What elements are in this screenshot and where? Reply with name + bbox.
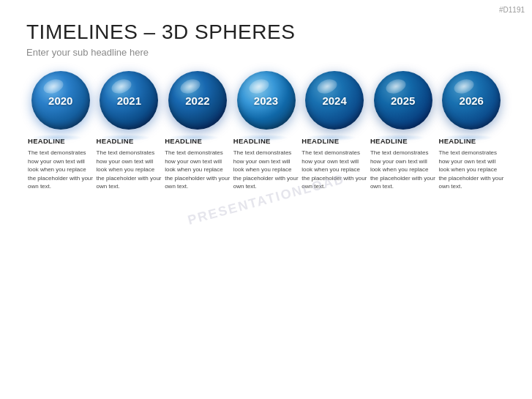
sphere-wrapper: 2024 bbox=[305, 71, 364, 130]
item-text: The text demonstrates how your own text … bbox=[300, 149, 369, 191]
sphere: 2021 bbox=[100, 71, 158, 130]
timeline-item: 2024 HEADLINE The text demonstrates how … bbox=[300, 71, 369, 191]
sphere-highlight bbox=[452, 77, 476, 96]
sphere: 2025 bbox=[374, 71, 432, 130]
sphere-highlight bbox=[42, 77, 65, 96]
sphere-year: 2023 bbox=[254, 94, 278, 107]
timeline-item: 2025 HEADLINE The text demonstrates how … bbox=[369, 71, 438, 191]
slide-subtitle: Enter your sub headline here bbox=[26, 47, 506, 58]
sphere-reflection bbox=[305, 135, 356, 141]
sphere: 2026 bbox=[442, 71, 501, 130]
timeline-item: 2022 HEADLINE The text demonstrates how … bbox=[163, 71, 232, 191]
timeline-item: 2020 HEADLINE The text demonstrates how … bbox=[26, 71, 95, 191]
sphere-highlight bbox=[383, 77, 407, 96]
sphere-reflection bbox=[237, 135, 288, 141]
sphere-wrapper: 2020 bbox=[31, 71, 90, 130]
sphere: 2023 bbox=[237, 71, 296, 130]
sphere-year: 2020 bbox=[48, 94, 72, 107]
sphere-wrapper: 2023 bbox=[237, 71, 296, 130]
sphere-highlight bbox=[110, 77, 133, 96]
sphere-reflection bbox=[374, 135, 425, 141]
item-text: The text demonstrates how your own text … bbox=[26, 149, 95, 191]
sphere-year: 2025 bbox=[391, 94, 415, 107]
sphere-reflection bbox=[442, 135, 493, 141]
slide: #D1191 TIMELINES – 3D SPHERES Enter your… bbox=[0, 0, 532, 399]
item-text: The text demonstrates how your own text … bbox=[232, 149, 301, 191]
sphere-year: 2026 bbox=[460, 94, 484, 107]
timeline-item: 2026 HEADLINE The text demonstrates how … bbox=[437, 71, 506, 191]
sphere-wrapper: 2021 bbox=[100, 71, 158, 130]
sphere-wrapper: 2025 bbox=[374, 71, 432, 130]
sphere-highlight bbox=[247, 77, 270, 96]
sphere-reflection bbox=[31, 135, 83, 141]
item-text: The text demonstrates how your own text … bbox=[437, 149, 506, 191]
sphere-year: 2021 bbox=[117, 94, 141, 107]
slide-title: TIMELINES – 3D SPHERES bbox=[26, 20, 506, 44]
item-text: The text demonstrates how your own text … bbox=[369, 149, 438, 191]
sphere-reflection bbox=[100, 135, 151, 141]
sphere: 2024 bbox=[305, 71, 364, 130]
timeline-item: 2021 HEADLINE The text demonstrates how … bbox=[95, 71, 164, 191]
sphere-year: 2024 bbox=[322, 94, 346, 107]
sphere-highlight bbox=[315, 77, 339, 96]
item-text: The text demonstrates how your own text … bbox=[163, 149, 232, 191]
sphere: 2022 bbox=[168, 71, 227, 130]
sphere-year: 2022 bbox=[185, 94, 209, 107]
sphere-wrapper: 2026 bbox=[442, 71, 501, 130]
sphere-reflection bbox=[168, 135, 220, 141]
sphere: 2020 bbox=[31, 71, 90, 130]
slide-id: #D1191 bbox=[499, 6, 525, 14]
item-text: The text demonstrates how your own text … bbox=[95, 149, 164, 191]
timeline-item: 2023 HEADLINE The text demonstrates how … bbox=[232, 71, 301, 191]
timeline-container: 2020 HEADLINE The text demonstrates how … bbox=[26, 71, 506, 191]
sphere-highlight bbox=[179, 77, 202, 96]
sphere-wrapper: 2022 bbox=[168, 71, 227, 130]
